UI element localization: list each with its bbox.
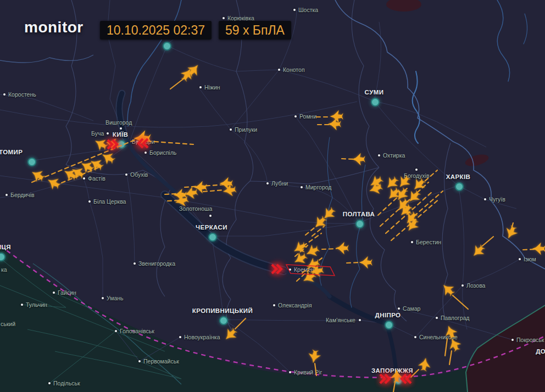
drone-icon[interactable]: [352, 153, 365, 166]
drone-trail: [411, 369, 419, 377]
impact-glow: [379, 371, 394, 387]
drone-icon[interactable]: [418, 357, 432, 372]
drone-trail: [445, 339, 447, 356]
drone-icon[interactable]: [336, 242, 349, 255]
drone-icon[interactable]: [45, 174, 62, 192]
drone-trail: [170, 78, 185, 89]
drone-icon[interactable]: [304, 243, 321, 260]
impact-glow: [397, 371, 413, 387]
drone-icon[interactable]: [442, 323, 459, 340]
drone-icon[interactable]: [29, 166, 46, 184]
drone-trail: [342, 159, 354, 159]
drone-icon[interactable]: [220, 177, 233, 190]
impact-glow: [134, 136, 149, 151]
drone-icon[interactable]: [383, 174, 401, 192]
drone-icon[interactable]: [532, 243, 545, 255]
drone-trail: [449, 351, 452, 365]
drone-icon[interactable]: [221, 326, 240, 344]
drone-icon[interactable]: [395, 173, 413, 191]
drone-trail: [393, 382, 395, 392]
drone-icon[interactable]: [359, 256, 372, 269]
drone-trail: [453, 295, 468, 309]
drone-icon[interactable]: [291, 239, 308, 257]
drone-icon[interactable]: [503, 224, 520, 242]
drone-icon[interactable]: [328, 118, 341, 131]
drone-icon[interactable]: [330, 110, 343, 123]
drone-trail: [322, 249, 336, 249]
drone-trail: [523, 249, 535, 250]
drone-layer: [0, 0, 545, 392]
impact-glow: [106, 137, 121, 152]
drone-trail: [32, 139, 137, 182]
drone-icon[interactable]: [439, 281, 457, 299]
drone-trail: [235, 318, 246, 329]
impact-glow: [270, 261, 286, 277]
drone-icon[interactable]: [446, 336, 463, 354]
drone-trail: [482, 237, 493, 246]
drone-icon[interactable]: [307, 349, 322, 364]
drone-trail: [347, 262, 360, 263]
drone-icon[interactable]: [367, 181, 384, 197]
drone-trail: [147, 141, 193, 144]
drone-trail: [203, 190, 224, 192]
drone-trail: [315, 363, 316, 376]
map-canvas[interactable]: КоростеньКорюківкаШосткаКонотопНіжинПрил…: [0, 0, 545, 392]
